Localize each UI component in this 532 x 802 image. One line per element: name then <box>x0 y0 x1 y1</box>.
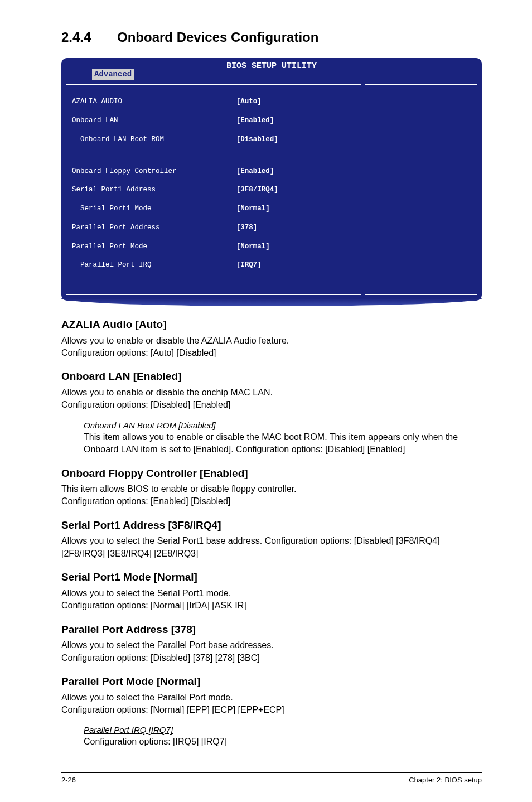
bios-row-value: [3F8/IRQ4] <box>236 185 355 195</box>
bios-row-label: Parallel Port IRQ <box>72 260 236 270</box>
heading-parallel-mode: Parallel Port Mode [Normal] <box>61 674 482 689</box>
bios-row-value: [Enabled] <box>236 116 355 125</box>
bios-row-label: AZALIA AUDIO <box>72 97 236 107</box>
para: Allows you to select the Serial Port1 mo… <box>61 587 482 612</box>
para: Allows you to select the Parallel Port b… <box>61 639 482 664</box>
page-footer: 2-26 Chapter 2: BIOS setup <box>61 772 482 785</box>
section-title: Onboard Devices Configuration <box>117 30 318 45</box>
chapter-label: Chapter 2: BIOS setup <box>409 775 482 785</box>
bios-row-label: Serial Port1 Mode <box>72 204 236 214</box>
bios-row-label: Onboard Floppy Controller <box>72 167 236 176</box>
heading-azalia: AZALIA Audio [Auto] <box>61 317 482 332</box>
heading-serial-addr: Serial Port1 Address [3F8/IRQ4] <box>61 518 482 533</box>
subitem-title: Onboard LAN Boot ROM [Disabled] <box>84 419 471 431</box>
bios-row-value: [Auto] <box>236 97 355 107</box>
bios-row-label: Parallel Port Mode <box>72 242 236 252</box>
para: This item allows BIOS to enable or disab… <box>61 483 482 508</box>
bios-row-label: Onboard LAN Boot ROM <box>72 135 236 144</box>
bios-row-value: [IRQ7] <box>236 260 355 270</box>
subitem-body: Configuration options: [IRQ5] [IRQ7] <box>84 736 471 748</box>
subitem-body: This item allows you to enable or disabl… <box>84 431 471 456</box>
section-number: 2.4.4 <box>61 28 117 47</box>
heading-parallel-addr: Parallel Port Address [378] <box>61 622 482 637</box>
subitem-title: Parallel Port IRQ [IRQ7] <box>84 724 471 736</box>
bios-row-label: Parallel Port Address <box>72 223 236 233</box>
para: Allows you to select the Serial Port1 ba… <box>61 535 482 560</box>
bios-bottom-shadow <box>61 298 482 306</box>
bios-row-value: [Disabled] <box>236 135 355 144</box>
subitem-lan-boot-rom: Onboard LAN Boot ROM [Disabled] This ite… <box>84 419 471 456</box>
section-heading: 2.4.4Onboard Devices Configuration <box>61 28 482 47</box>
bios-row-value: [Enabled] <box>236 167 355 176</box>
para: Allows you to enable or disable the onch… <box>61 386 482 412</box>
bios-row-value: [Normal] <box>236 242 355 252</box>
bios-row-label: Onboard LAN <box>72 116 236 125</box>
heading-floppy: Onboard Floppy Controller [Enabled] <box>61 466 482 481</box>
subitem-parallel-irq: Parallel Port IRQ [IRQ7] Configuration o… <box>84 724 471 748</box>
bios-help-panel <box>365 84 477 295</box>
bios-row-value: [378] <box>236 223 355 233</box>
bios-screenshot: BIOS SETUP UTILITY Advanced AZALIA AUDIO… <box>61 58 482 306</box>
bios-row-label: Serial Port1 Address <box>72 185 236 195</box>
heading-serial-mode: Serial Port1 Mode [Normal] <box>61 570 482 585</box>
bios-row-value: [Normal] <box>236 204 355 214</box>
para: Allows you to enable or disable the AZAL… <box>61 335 482 360</box>
heading-onboard-lan: Onboard LAN [Enabled] <box>61 369 482 384</box>
page-number: 2-26 <box>61 775 76 785</box>
bios-tab-advanced: Advanced <box>92 69 134 80</box>
para: Allows you to select the Parallel Port m… <box>61 692 482 717</box>
bios-settings-panel: AZALIA AUDIO[Auto] Onboard LAN[Enabled] … <box>66 84 361 295</box>
